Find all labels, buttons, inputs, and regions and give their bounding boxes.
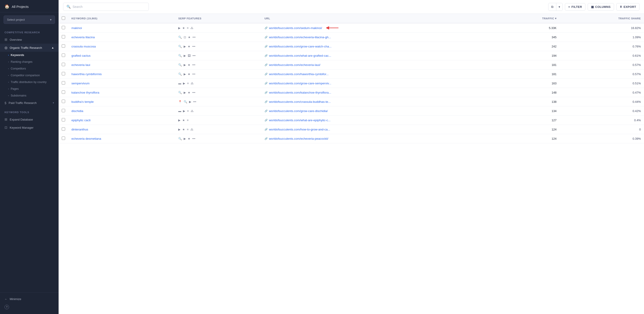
serp-icon-8-3[interactable]: ••• bbox=[193, 100, 196, 104]
serp-icon-2-3[interactable]: ••• bbox=[192, 45, 195, 48]
serp-icon-9-0[interactable]: ▬ bbox=[178, 109, 181, 113]
keyword-link-8[interactable]: buddha's temple bbox=[72, 100, 94, 104]
submenu-pages[interactable]: Pages bbox=[0, 85, 58, 92]
row-checkbox-7[interactable] bbox=[62, 90, 65, 94]
serp-icon-1-3[interactable]: ••• bbox=[192, 35, 196, 39]
row-checkbox-3[interactable] bbox=[62, 53, 65, 57]
row-checkbox-8[interactable] bbox=[62, 100, 65, 103]
serp-icon-7-3[interactable]: ••• bbox=[192, 91, 195, 94]
copy-main-icon[interactable]: ⧉ bbox=[548, 3, 556, 10]
serp-icon-10-0[interactable]: ▶ bbox=[178, 119, 180, 122]
row-checkbox-2[interactable] bbox=[62, 44, 65, 48]
keyword-link-0[interactable]: makinoi bbox=[72, 26, 82, 30]
url-link-2[interactable]: worldofsucculents.com/grow-care-watch-ch… bbox=[269, 45, 332, 48]
row-checkbox-6[interactable] bbox=[62, 81, 65, 85]
sidebar-item-organic-traffic[interactable]: ◎ Organic Traffic Research ▲ bbox=[0, 44, 58, 52]
serp-icon-11-0[interactable]: ▶ bbox=[178, 128, 180, 131]
serp-icon-5-3[interactable]: ••• bbox=[192, 72, 195, 76]
row-checkbox-4[interactable] bbox=[62, 63, 65, 66]
serp-icon-2-2[interactable]: ★ bbox=[188, 45, 190, 48]
all-projects-label[interactable]: All Projects bbox=[12, 5, 28, 8]
keyword-link-10[interactable]: epiphytic cacti bbox=[72, 119, 90, 122]
search-box[interactable]: 🔍 bbox=[63, 3, 149, 11]
serp-icon-6-1[interactable]: ▶ bbox=[183, 82, 185, 85]
serp-icon-11-3[interactable]: ⁂ bbox=[190, 128, 193, 131]
url-link-11[interactable]: worldofsucculents.com/how-to-grow-and-ca… bbox=[269, 128, 330, 131]
url-link-6[interactable]: worldofsucculents.com/grow-care-sempervi… bbox=[269, 82, 332, 85]
serp-icon-1-1[interactable]: ⊡ bbox=[184, 35, 186, 39]
keyword-link-2[interactable]: crassula muscosa bbox=[72, 45, 96, 48]
sidebar-item-keyword-manager[interactable]: ⊡ Keyword Manager bbox=[0, 124, 58, 132]
serp-icon-3-0[interactable]: 🔍 bbox=[178, 54, 182, 57]
project-select[interactable]: Select project ▾ bbox=[4, 15, 55, 24]
serp-icon-1-0[interactable]: 🔍 bbox=[178, 35, 182, 39]
url-link-7[interactable]: worldofsucculents.com/kalanchoe-thyrsifl… bbox=[269, 91, 331, 94]
traffic-column-header[interactable]: TRAFFIC ▾ bbox=[499, 14, 560, 23]
keyword-link-6[interactable]: sempervivum bbox=[72, 82, 90, 85]
serp-icon-6-2[interactable]: ≡ bbox=[187, 82, 189, 85]
sidebar-item-expand-database[interactable]: ⊞ Expand Database bbox=[0, 115, 58, 124]
submenu-subdomains[interactable]: Subdomains bbox=[0, 92, 58, 99]
copy-dropdown-arrow[interactable]: ▾ bbox=[556, 3, 562, 10]
serp-icon-5-2[interactable]: ★ bbox=[188, 72, 190, 76]
serp-icon-5-0[interactable]: 🔍 bbox=[178, 72, 182, 76]
serp-icon-9-3[interactable]: ⁂ bbox=[191, 109, 194, 113]
submenu-keywords[interactable]: Keywords bbox=[0, 52, 58, 58]
url-link-4[interactable]: worldofsucculents.com/echeveria-laui/ bbox=[269, 63, 320, 67]
serp-icon-10-1[interactable]: ★ bbox=[182, 119, 185, 122]
serp-icon-4-0[interactable]: 🔍 bbox=[178, 63, 182, 67]
url-link-1[interactable]: worldofsucculents.com/echeveria-lilacina… bbox=[269, 35, 331, 39]
serp-icon-7-2[interactable]: ★ bbox=[188, 91, 190, 94]
serp-icon-9-2[interactable]: ≡ bbox=[187, 109, 189, 113]
row-checkbox-12[interactable] bbox=[62, 137, 65, 140]
serp-icon-4-3[interactable]: ••• bbox=[192, 63, 195, 67]
serp-icon-6-3[interactable]: ⁂ bbox=[191, 82, 194, 85]
submenu-competitors[interactable]: Competitors bbox=[0, 65, 58, 72]
serp-icon-11-2[interactable]: ≡ bbox=[187, 128, 188, 131]
serp-icon-3-1[interactable]: ▶ bbox=[184, 54, 186, 57]
keyword-link-7[interactable]: kalanchoe thyrsiflora bbox=[72, 91, 99, 94]
serp-icon-0-0[interactable]: ▶ bbox=[178, 26, 180, 30]
serp-icon-0-1[interactable]: ★ bbox=[182, 26, 185, 30]
sidebar-item-overview[interactable]: ⊞ Overview bbox=[0, 35, 58, 44]
serp-icon-8-0[interactable]: 📍 bbox=[178, 100, 182, 104]
select-all-checkbox[interactable] bbox=[62, 16, 65, 20]
serp-icon-12-1[interactable]: ▶ bbox=[184, 137, 186, 140]
serp-icon-12-0[interactable]: 🔍 bbox=[178, 137, 182, 140]
serp-icon-9-1[interactable]: ▶ bbox=[183, 109, 185, 113]
serp-icon-7-1[interactable]: ▶ bbox=[184, 91, 186, 94]
filter-button[interactable]: ≡ FILTER bbox=[565, 3, 586, 10]
keyword-link-3[interactable]: grafted cactus bbox=[72, 54, 90, 57]
keyword-link-4[interactable]: echeveria laui bbox=[72, 63, 90, 67]
url-link-9[interactable]: worldofsucculents.com/grow-care-dischidi… bbox=[269, 109, 328, 113]
url-link-5[interactable]: worldofsucculents.com/haworthia-cymbifor… bbox=[269, 72, 329, 76]
serp-icon-3-2[interactable]: 🖼 bbox=[188, 54, 191, 57]
search-input[interactable] bbox=[72, 5, 145, 8]
serp-icon-2-0[interactable]: 🔍 bbox=[178, 45, 182, 48]
serp-icon-11-1[interactable]: ★ bbox=[182, 128, 185, 131]
keyword-link-11[interactable]: dinteranthus bbox=[72, 128, 88, 131]
serp-icon-12-2[interactable]: ★ bbox=[188, 137, 190, 140]
row-checkbox-11[interactable] bbox=[62, 127, 65, 131]
sidebar-header[interactable]: 🏠 All Projects bbox=[0, 0, 58, 12]
keyword-link-12[interactable]: echeveria desmetiana bbox=[72, 137, 101, 140]
sidebar-item-paid-traffic[interactable]: $ Paid Traffic Research ▾ bbox=[0, 99, 58, 107]
serp-icon-5-1[interactable]: ▶ bbox=[184, 72, 186, 76]
export-button[interactable]: ⬆ EXPORT bbox=[616, 3, 640, 10]
serp-icon-0-2[interactable]: ≡ bbox=[187, 26, 188, 30]
serp-icon-8-2[interactable]: ▶ bbox=[189, 100, 191, 104]
url-link-0[interactable]: worldofsucculents.com/sedum-makinoi/ bbox=[269, 26, 322, 30]
serp-icon-4-1[interactable]: ▶ bbox=[184, 63, 186, 67]
row-checkbox-10[interactable] bbox=[62, 118, 65, 122]
url-link-10[interactable]: worldofsucculents.com/what-are-epiphytic… bbox=[269, 119, 330, 122]
serp-icon-3-3[interactable]: ••• bbox=[192, 54, 196, 57]
serp-icon-10-2[interactable]: ≡ bbox=[187, 119, 188, 122]
serp-icon-4-2[interactable]: ★ bbox=[188, 63, 190, 67]
submenu-ranking-changes[interactable]: Ranking changes bbox=[0, 58, 58, 65]
serp-icon-6-0[interactable]: ▬ bbox=[178, 82, 181, 85]
serp-icon-1-2[interactable]: ★ bbox=[188, 35, 191, 39]
keyword-link-1[interactable]: echeveria lilacina bbox=[72, 35, 95, 39]
view-toggle-button[interactable]: ⧉ ▾ bbox=[548, 3, 563, 11]
columns-button[interactable]: ▦ COLUMNS bbox=[588, 3, 614, 10]
row-checkbox-9[interactable] bbox=[62, 109, 65, 112]
